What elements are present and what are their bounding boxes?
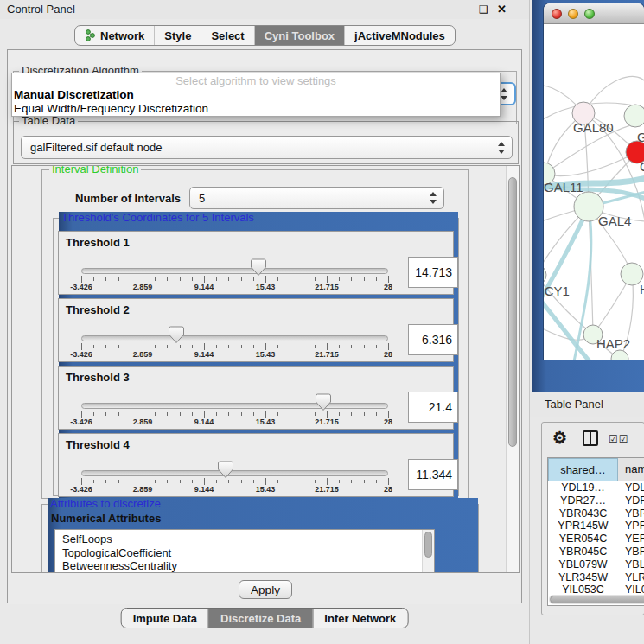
tick-mark bbox=[216, 480, 217, 483]
tick-mark bbox=[265, 478, 266, 485]
threshold-value-field[interactable]: 21.4 bbox=[408, 392, 458, 423]
attribute-list-item[interactable]: SelfLoops bbox=[55, 530, 434, 546]
cell-name: YLR34 bbox=[618, 571, 644, 584]
tick-label: 2.859 bbox=[133, 350, 153, 359]
mac-close-button[interactable] bbox=[552, 9, 562, 19]
bottom-tab-discretize-data[interactable]: Discretize Data bbox=[208, 609, 312, 628]
list-scrollbar[interactable] bbox=[422, 530, 434, 573]
interval-definition-label: Interval Definition bbox=[49, 165, 141, 175]
tick-mark bbox=[277, 345, 278, 348]
apply-button[interactable]: Apply bbox=[239, 580, 292, 599]
tick-label: 28 bbox=[384, 350, 392, 359]
threshold-value-field[interactable]: 6.316 bbox=[408, 324, 458, 355]
tick-mark bbox=[241, 345, 242, 348]
table-row[interactable]: YLR345WYLR34 bbox=[548, 571, 644, 584]
slider-tick-labels: -3.4262.8599.14415.4321.71528 bbox=[81, 418, 389, 426]
tick-mark bbox=[93, 480, 94, 483]
tick-mark bbox=[131, 277, 131, 281]
slider-ticks bbox=[81, 343, 389, 350]
network-canvas[interactable]: GAL80GCGAL11GAL4GCY1HHAP2 bbox=[544, 24, 644, 360]
tick-mark bbox=[388, 411, 389, 418]
table-row[interactable]: YPR145WYPR14 bbox=[548, 520, 644, 532]
threshold-label: Threshold 1 bbox=[66, 236, 130, 249]
node-label: GCY1 bbox=[544, 284, 570, 298]
tab-select[interactable]: Select bbox=[201, 26, 253, 45]
interval-definition-group: Interval Definition Number of Intervals … bbox=[41, 169, 469, 499]
tick-mark bbox=[228, 412, 229, 416]
tab-cyni-toolbox[interactable]: Cyni Toolbox bbox=[254, 26, 344, 45]
close-icon[interactable]: ✕ bbox=[497, 3, 507, 16]
threshold-value-field[interactable]: 11.344 bbox=[408, 459, 458, 490]
tick-mark bbox=[315, 345, 316, 348]
tick-mark bbox=[265, 411, 266, 418]
tick-mark bbox=[216, 277, 217, 281]
table-data-group: Table Data galFiltered.sif default node bbox=[13, 121, 519, 164]
slider-knob[interactable] bbox=[217, 461, 234, 479]
float-window-icon[interactable]: ❑ bbox=[479, 3, 488, 16]
desktop: GAL80GCGAL11GAL4GCY1HHAP2 Table Panel ⚙ … bbox=[530, 0, 644, 644]
table-row[interactable]: YER054CYER05 bbox=[548, 532, 644, 545]
tab-network[interactable]: Network bbox=[75, 26, 154, 45]
table-hscrollbar[interactable] bbox=[549, 595, 644, 604]
attribute-list-item[interactable]: BetweennessCentrality bbox=[55, 559, 434, 573]
tick-mark bbox=[277, 480, 278, 483]
network-window-titlebar bbox=[544, 3, 644, 24]
table-row[interactable]: YDR27…YDR27 bbox=[548, 494, 644, 507]
combo-arrows-icon bbox=[430, 192, 437, 204]
bottom-tab-infer-network[interactable]: Infer Network bbox=[312, 609, 407, 628]
algorithm-option[interactable]: Manual Discretization bbox=[12, 88, 500, 102]
numerical-attributes-list[interactable]: SelfLoopsTopologicalCoefficientBetweenne… bbox=[54, 529, 435, 573]
gear-icon[interactable]: ⚙ bbox=[552, 428, 567, 448]
slider-track[interactable] bbox=[81, 470, 388, 476]
tick-label: -3.426 bbox=[70, 485, 92, 494]
select-columns-icon[interactable]: ☑☑ bbox=[609, 433, 629, 445]
network-node[interactable] bbox=[611, 350, 628, 360]
tick-mark bbox=[388, 276, 389, 283]
bottom-tab-impute-data[interactable]: Impute Data bbox=[122, 609, 208, 628]
tick-label: 15.43 bbox=[256, 283, 276, 291]
tick-mark bbox=[167, 345, 168, 348]
slider-knob[interactable] bbox=[168, 326, 185, 344]
tick-mark bbox=[241, 412, 242, 416]
tick-mark bbox=[105, 480, 106, 483]
tick-mark bbox=[131, 412, 131, 416]
tab-jactivemnodules[interactable]: jActiveMNodules bbox=[344, 26, 455, 45]
table-row[interactable]: YBL079WYBL07 bbox=[548, 558, 644, 571]
tick-mark bbox=[216, 412, 217, 416]
table-row[interactable]: YBR045CYBR04 bbox=[548, 545, 644, 558]
slider-knob[interactable] bbox=[250, 258, 267, 277]
tick-mark bbox=[339, 412, 340, 416]
slider-track[interactable] bbox=[81, 268, 388, 274]
tick-mark bbox=[253, 345, 254, 348]
column-header-shared-name[interactable]: shared… bbox=[548, 458, 618, 481]
tab-label: Style bbox=[164, 29, 191, 42]
tick-mark bbox=[376, 480, 377, 483]
mac-minimize-button[interactable] bbox=[568, 9, 578, 19]
tick-mark bbox=[93, 412, 94, 416]
settings-scrollbar[interactable] bbox=[506, 166, 519, 572]
network-node[interactable] bbox=[624, 105, 644, 127]
slider-track[interactable] bbox=[81, 403, 388, 409]
node-label: HAP2 bbox=[596, 336, 630, 351]
number-of-intervals-combobox[interactable]: 5 bbox=[189, 187, 444, 209]
table-row[interactable]: YDL19…YDL19 bbox=[548, 481, 644, 494]
tick-mark bbox=[131, 480, 131, 483]
tab-style[interactable]: Style bbox=[154, 26, 201, 45]
tick-mark bbox=[105, 277, 106, 281]
threshold-value-field[interactable]: 14.713 bbox=[408, 257, 458, 288]
slider-knob[interactable] bbox=[315, 393, 332, 411]
cell-shared-name: YDR27… bbox=[548, 494, 618, 507]
algorithm-option[interactable]: Equal Width/Frequency Discretization bbox=[12, 102, 500, 116]
table-data-combobox[interactable]: galFiltered.sif default node bbox=[21, 136, 513, 159]
column-header-name[interactable]: name bbox=[618, 458, 644, 481]
cell-shared-name: YER054C bbox=[548, 532, 618, 545]
mac-zoom-button[interactable] bbox=[584, 9, 595, 19]
slider-track[interactable] bbox=[81, 335, 388, 341]
tick-mark bbox=[388, 478, 389, 485]
tab-label: jActiveMNodules bbox=[354, 29, 445, 42]
columns-icon[interactable] bbox=[583, 430, 598, 446]
attribute-list-item[interactable]: TopologicalCoefficient bbox=[55, 546, 434, 560]
popup-hint: Select algorithm to view settings bbox=[12, 73, 500, 88]
network-node[interactable] bbox=[544, 265, 546, 285]
table-row[interactable]: YBR043CYBR04 bbox=[548, 507, 644, 520]
